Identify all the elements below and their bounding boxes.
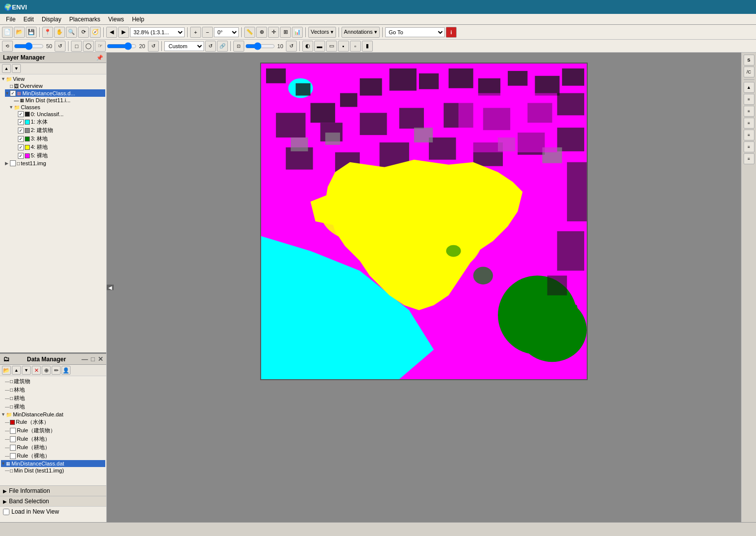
class2-check[interactable]: [18, 128, 24, 134]
dt-rule-farm[interactable]: — Rule（耕地）: [5, 443, 105, 452]
eyedropper-btn[interactable]: ◐: [302, 41, 313, 52]
class4-check[interactable]: [18, 144, 24, 150]
dt-mindistrule[interactable]: ▼ 📁 MinDistanceRule.dat: [1, 411, 105, 418]
grad-btn3[interactable]: ▪: [338, 41, 349, 52]
class0-check[interactable]: [18, 111, 24, 117]
class5-check[interactable]: [18, 153, 24, 159]
link-btn[interactable]: 🔗: [217, 41, 228, 52]
rs-btn-m6[interactable]: ≡: [744, 153, 755, 164]
dm-minimize[interactable]: —: [81, 355, 88, 363]
dt-luodi[interactable]: — □ 裸地: [5, 402, 105, 411]
grad-btn5[interactable]: ▮: [362, 41, 373, 52]
hand-button[interactable]: ✋: [54, 27, 65, 38]
dm-down[interactable]: ▼: [22, 366, 31, 375]
info-button[interactable]: i: [446, 27, 457, 38]
zoomout-button[interactable]: −: [202, 27, 213, 38]
dt-gengdi[interactable]: — □ 耕地: [5, 394, 105, 402]
pin-button[interactable]: 📍: [42, 27, 53, 38]
band-selection-header[interactable]: ▶ Band Selection: [0, 496, 106, 506]
dt-rule-build[interactable]: — Rule（建筑物）: [5, 426, 105, 435]
dt-mindistclass[interactable]: ▼ ▦ MinDistanceClass.dat: [1, 460, 105, 467]
lm-up[interactable]: ▲: [2, 64, 11, 73]
menu-file[interactable]: File: [2, 15, 19, 24]
tree-class3[interactable]: 3: 林地: [13, 134, 105, 143]
dm-delete[interactable]: ✕: [32, 366, 41, 375]
scroll-left[interactable]: ◀: [107, 285, 114, 290]
select-circle[interactable]: ◯: [83, 41, 94, 52]
zoom-button[interactable]: 🔍: [66, 27, 77, 38]
forward-button[interactable]: ▶: [118, 27, 129, 38]
menu-edit[interactable]: Edit: [19, 15, 38, 24]
tree-classes[interactable]: ▼ 📁 Classes: [9, 104, 105, 111]
dt-mindist2[interactable]: — □ Min Dist (test11.img): [5, 467, 105, 474]
tree-mindist[interactable]: — ▦ Min Dist (test11.i...: [9, 97, 105, 104]
zoom-select[interactable]: 32.8% (1:3.1... 50% 100%: [130, 27, 185, 37]
map-view[interactable]: ◀: [107, 53, 741, 522]
band-button[interactable]: 📊: [292, 27, 303, 38]
mindistclass-check[interactable]: [10, 90, 16, 96]
annotations-button[interactable]: Annotations ▾: [342, 27, 380, 38]
zoomin-button[interactable]: +: [190, 27, 201, 38]
crosshair-button[interactable]: ✛: [268, 27, 279, 38]
refresh-btn1[interactable]: ↺: [55, 41, 66, 52]
open-button[interactable]: 📂: [14, 27, 25, 38]
refresh-btn4[interactable]: ↺: [286, 41, 297, 52]
rs-btn-up[interactable]: ▲: [744, 82, 755, 93]
tree-view[interactable]: ▼ 📁 View: [1, 75, 105, 82]
dt-lindi[interactable]: — □ 林地: [5, 386, 105, 394]
menu-display[interactable]: Display: [38, 15, 65, 24]
menu-help[interactable]: Help: [128, 15, 148, 24]
save-button[interactable]: 💾: [26, 27, 37, 38]
dt-rule-forest[interactable]: — Rule（林地）: [5, 435, 105, 443]
tree-class0[interactable]: 0: Unclassif...: [13, 111, 105, 118]
dt-rule-water[interactable]: — Rule（水体）: [5, 418, 105, 426]
new-button[interactable]: 📄: [2, 27, 13, 38]
dm-maximize[interactable]: □: [91, 355, 95, 363]
load-new-view-check[interactable]: [3, 509, 9, 515]
tree-class2[interactable]: 2: 建筑物: [13, 126, 105, 134]
gamma-slider[interactable]: [245, 43, 275, 49]
rs-btn-m3[interactable]: ≡: [744, 118, 755, 129]
dt-rule-bare[interactable]: — Rule（裸地）: [5, 452, 105, 460]
rs-btn-m2[interactable]: ≡: [744, 106, 755, 117]
custom-select[interactable]: Custom: [164, 41, 204, 51]
rs-btn-m5[interactable]: ≡: [744, 141, 755, 152]
class3-check[interactable]: [18, 136, 24, 142]
tree-test11[interactable]: ▶ □ test11.img: [5, 160, 105, 167]
tree-class4[interactable]: 4: 耕地: [13, 143, 105, 151]
menu-placemarks[interactable]: Placemarks: [65, 15, 104, 24]
view-btn1[interactable]: ⊡: [233, 41, 244, 52]
test11-check[interactable]: [10, 160, 16, 166]
layer-manager-pin[interactable]: 📌: [96, 55, 103, 61]
rs-btn-m4[interactable]: ≡: [744, 130, 755, 140]
tree-mindistclass[interactable]: ▼ ▦ MinDistanceClass.d...: [5, 89, 105, 97]
tree-class5[interactable]: 5: 裸地: [13, 151, 105, 160]
dm-person[interactable]: 👤: [62, 366, 70, 375]
tree-class1[interactable]: 1: 水体: [13, 118, 105, 126]
grad-btn2[interactable]: ▭: [326, 41, 337, 52]
dm-open[interactable]: 📂: [2, 366, 11, 375]
cursor-button[interactable]: ⊕: [256, 27, 267, 38]
reset-btn[interactable]: ⟲: [2, 41, 13, 52]
measure-button[interactable]: 📏: [244, 27, 255, 38]
dt-jianzhu[interactable]: — □ 建筑物: [5, 377, 105, 386]
vectors-button[interactable]: Vectors ▾: [308, 27, 336, 38]
rotation-select[interactable]: 0° 90° 180° 270°: [214, 27, 239, 37]
nav-button[interactable]: 🧭: [90, 27, 101, 38]
rs-btn-s[interactable]: S: [744, 55, 755, 66]
lm-down[interactable]: ▼: [12, 64, 21, 73]
goto-select[interactable]: Go To: [385, 27, 445, 37]
select-box[interactable]: □: [71, 41, 82, 52]
grid-button[interactable]: ⊞: [280, 27, 291, 38]
grad-btn1[interactable]: ▬: [314, 41, 325, 52]
dm-move[interactable]: ⊕: [42, 366, 51, 375]
refresh-btn2[interactable]: ↺: [148, 41, 159, 52]
file-info-header[interactable]: ▶ File Information: [0, 486, 106, 496]
grad-btn4[interactable]: ▫: [350, 41, 361, 52]
dm-up[interactable]: ▲: [12, 366, 21, 375]
rotate-button[interactable]: ⟳: [78, 27, 89, 38]
menu-views[interactable]: Views: [104, 15, 128, 24]
back-button[interactable]: ◀: [106, 27, 117, 38]
dm-rename[interactable]: ✏: [52, 366, 61, 375]
class1-check[interactable]: [18, 119, 24, 125]
